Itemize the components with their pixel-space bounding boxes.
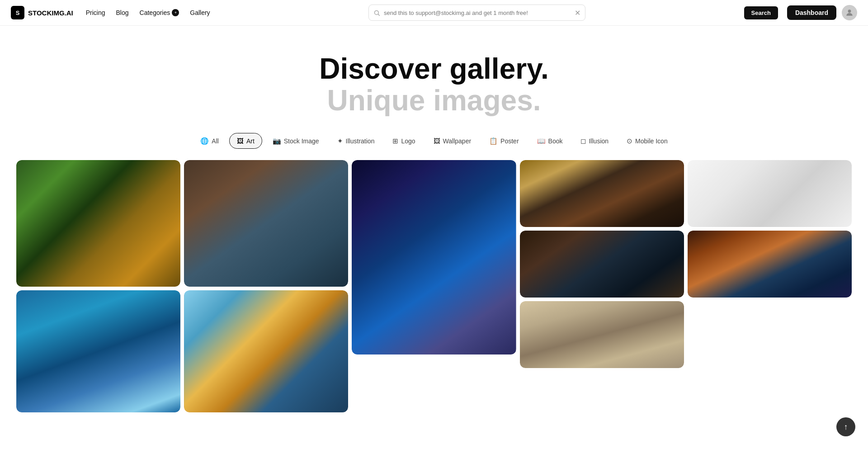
tab-icon-mobile-icon: ⊙ bbox=[627, 137, 632, 145]
gallery-item-whale[interactable] bbox=[16, 290, 180, 412]
tab-icon-book: 📖 bbox=[537, 137, 546, 145]
tab-label-illusion: Illusion bbox=[589, 137, 609, 145]
filter-tab-art[interactable]: 🖼Art bbox=[229, 133, 262, 149]
tab-label-mobile-icon: Mobile Icon bbox=[635, 137, 668, 145]
gallery-image-man-cafe bbox=[520, 231, 684, 298]
tab-icon-poster: 📋 bbox=[489, 137, 498, 145]
tab-label-art: Art bbox=[246, 137, 255, 145]
gallery-item-old-building[interactable] bbox=[520, 301, 684, 368]
gallery-image-whale bbox=[16, 290, 180, 412]
gallery-image-cyber-woman bbox=[688, 231, 852, 298]
search-bar: ✕ bbox=[368, 5, 585, 21]
hero-section: Discover gallery. Unique images. bbox=[0, 26, 868, 133]
nav-blog[interactable]: Blog bbox=[116, 9, 129, 16]
filter-tab-illusion[interactable]: ◻Illusion bbox=[573, 133, 616, 149]
svg-point-2 bbox=[848, 9, 851, 13]
nav-right: Dashboard bbox=[787, 5, 857, 20]
filter-tab-poster[interactable]: 📋Poster bbox=[481, 133, 526, 149]
logo-text: STOCKIMG.AI bbox=[28, 9, 73, 17]
tab-icon-art: 🖼 bbox=[237, 137, 244, 145]
logo-icon: S bbox=[11, 6, 24, 19]
nav-categories-label: Categories bbox=[140, 9, 170, 16]
gallery-image-woman-kitchen bbox=[184, 160, 348, 287]
tab-label-illustration: Illustration bbox=[346, 137, 375, 145]
tab-icon-logo: ⊞ bbox=[392, 137, 398, 145]
gallery-image-blonde-woman bbox=[520, 160, 684, 227]
filter-tab-book[interactable]: 📖Book bbox=[529, 133, 571, 149]
filter-tab-logo[interactable]: ⊞Logo bbox=[385, 133, 423, 149]
search-input[interactable] bbox=[384, 9, 571, 16]
dashboard-button[interactable]: Dashboard bbox=[787, 5, 836, 20]
gallery-image-warrior bbox=[16, 160, 180, 287]
gallery-image-futuristic-city bbox=[184, 290, 348, 412]
gallery-grid bbox=[0, 160, 868, 430]
filter-tab-all[interactable]: 🌐All bbox=[193, 133, 226, 149]
navbar: S STOCKIMG.AI Pricing Blog Categories + … bbox=[0, 0, 868, 26]
search-button[interactable]: Search bbox=[744, 6, 778, 19]
hero-title-1: Discover gallery. bbox=[9, 53, 859, 85]
hero-title-2: Unique images. bbox=[9, 85, 859, 116]
tab-label-poster: Poster bbox=[500, 137, 519, 145]
nav-categories[interactable]: Categories + bbox=[140, 9, 179, 16]
tab-icon-wallpaper: 🖼 bbox=[434, 137, 440, 145]
gallery-image-old-building bbox=[520, 301, 684, 368]
tab-icon-illusion: ◻ bbox=[580, 137, 586, 145]
filter-tabs: 🌐All🖼Art📷Stock Image✦Illustration⊞Logo🖼W… bbox=[0, 133, 868, 160]
user-avatar[interactable] bbox=[842, 5, 857, 20]
tab-label-wallpaper: Wallpaper bbox=[443, 137, 472, 145]
nav-links: Pricing Blog Categories + Gallery bbox=[86, 9, 210, 16]
filter-tab-wallpaper[interactable]: 🖼Wallpaper bbox=[426, 133, 479, 149]
tab-label-stock-image: Stock Image bbox=[284, 137, 319, 145]
categories-icon: + bbox=[172, 9, 179, 16]
clear-search-icon[interactable]: ✕ bbox=[575, 9, 580, 17]
gallery-image-space-woman bbox=[352, 160, 516, 354]
gallery-item-man-cafe[interactable] bbox=[520, 231, 684, 298]
filter-tab-mobile-icon[interactable]: ⊙Mobile Icon bbox=[619, 133, 675, 149]
search-icon bbox=[373, 9, 380, 16]
svg-point-0 bbox=[375, 10, 379, 14]
svg-line-1 bbox=[378, 14, 379, 15]
tab-icon-stock-image: 📷 bbox=[273, 137, 281, 145]
gallery-item-blonde-woman[interactable] bbox=[520, 160, 684, 227]
gallery-item-woman-kitchen[interactable] bbox=[184, 160, 348, 287]
tab-icon-illustration: ✦ bbox=[337, 137, 343, 145]
tab-label-all: All bbox=[212, 137, 219, 145]
gallery-item-futuristic-city[interactable] bbox=[184, 290, 348, 412]
nav-gallery[interactable]: Gallery bbox=[190, 9, 210, 16]
logo-link[interactable]: S STOCKIMG.AI bbox=[11, 6, 73, 19]
avatar-icon bbox=[845, 8, 854, 17]
filter-tab-illustration[interactable]: ✦Illustration bbox=[330, 133, 382, 149]
tab-label-book: Book bbox=[548, 137, 563, 145]
tab-label-logo: Logo bbox=[401, 137, 415, 145]
tab-icon-all: 🌐 bbox=[200, 137, 209, 145]
filter-tab-stock-image[interactable]: 📷Stock Image bbox=[265, 133, 327, 149]
gallery-item-santa-sketch[interactable] bbox=[688, 160, 852, 227]
gallery-item-space-woman[interactable] bbox=[352, 160, 516, 354]
nav-pricing[interactable]: Pricing bbox=[86, 9, 105, 16]
gallery-item-cyber-woman[interactable] bbox=[688, 231, 852, 298]
gallery-item-warrior[interactable] bbox=[16, 160, 180, 287]
gallery-image-santa-sketch bbox=[688, 160, 852, 227]
